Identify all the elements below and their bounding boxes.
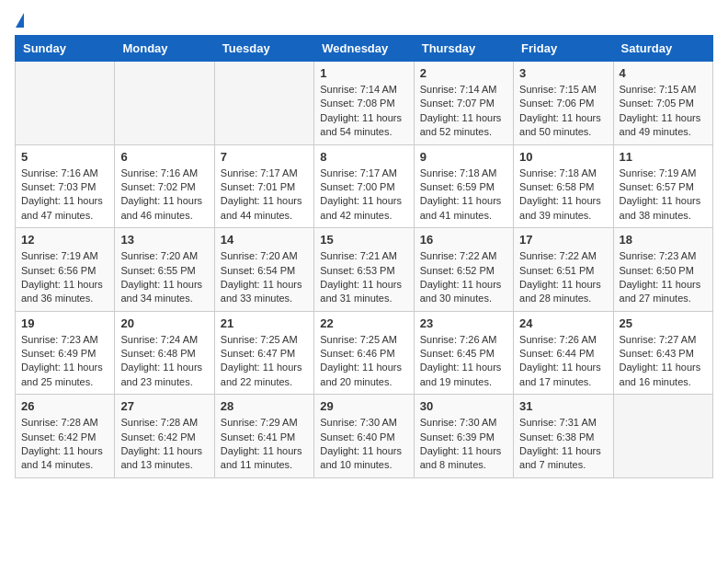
cell-info-line: Sunrise: 7:14 AM [320, 83, 407, 97]
calendar-cell: 13Sunrise: 7:20 AMSunset: 6:55 PMDayligh… [115, 228, 214, 312]
calendar-week-row: 26Sunrise: 7:28 AMSunset: 6:42 PMDayligh… [16, 395, 713, 478]
day-number: 9 [420, 150, 507, 164]
day-number: 21 [221, 316, 308, 330]
cell-info-line: Daylight: 11 hours and 47 minutes. [21, 194, 108, 223]
day-number: 24 [519, 316, 607, 330]
cell-info-line: Daylight: 11 hours and 22 minutes. [221, 361, 308, 389]
logo-triangle-icon [16, 13, 24, 28]
cell-info-line: Sunset: 7:03 PM [21, 180, 108, 194]
weekday-header-tuesday: Tuesday [214, 36, 313, 62]
cell-info-line: Daylight: 11 hours and 13 minutes. [120, 444, 208, 473]
weekday-header-thursday: Thursday [414, 36, 513, 62]
day-number: 19 [21, 316, 108, 330]
cell-info-line: Sunrise: 7:25 AM [320, 333, 407, 347]
day-number: 7 [221, 150, 308, 164]
weekday-header-monday: Monday [115, 36, 214, 62]
calendar-cell: 12Sunrise: 7:19 AMSunset: 6:56 PMDayligh… [16, 228, 115, 312]
day-number: 11 [620, 150, 707, 164]
calendar-cell: 22Sunrise: 7:25 AMSunset: 6:46 PMDayligh… [314, 311, 414, 395]
weekday-header-row: SundayMondayTuesdayWednesdayThursdayFrid… [16, 36, 713, 62]
calendar-cell: 25Sunrise: 7:27 AMSunset: 6:43 PMDayligh… [613, 311, 712, 395]
cell-info-line: Daylight: 11 hours and 19 minutes. [420, 361, 507, 389]
day-number: 1 [320, 66, 407, 80]
calendar-cell: 19Sunrise: 7:23 AMSunset: 6:49 PMDayligh… [16, 311, 115, 395]
weekday-header-wednesday: Wednesday [314, 36, 414, 62]
cell-info-line: Sunset: 6:59 PM [420, 180, 507, 194]
calendar-cell: 3Sunrise: 7:15 AMSunset: 7:06 PMDaylight… [514, 62, 613, 145]
cell-info-line: Sunrise: 7:19 AM [620, 167, 707, 180]
calendar-cell: 5Sunrise: 7:16 AMSunset: 7:03 PMDaylight… [16, 144, 115, 228]
day-number: 25 [620, 316, 707, 330]
cell-info-line: Sunset: 6:52 PM [420, 264, 507, 278]
day-number: 6 [120, 150, 208, 164]
cell-info-line: Sunrise: 7:27 AM [620, 333, 707, 347]
day-number: 17 [519, 233, 607, 247]
cell-info-line: Daylight: 11 hours and 42 minutes. [320, 194, 407, 223]
cell-info-line: Sunset: 6:50 PM [620, 264, 707, 278]
cell-info-line: Sunset: 6:53 PM [320, 264, 407, 278]
cell-info-line: Daylight: 11 hours and 16 minutes. [620, 361, 707, 389]
cell-info-line: Sunset: 6:55 PM [120, 264, 208, 278]
day-number: 20 [120, 316, 208, 330]
calendar-cell: 20Sunrise: 7:24 AMSunset: 6:48 PMDayligh… [115, 311, 214, 395]
calendar-cell: 8Sunrise: 7:17 AMSunset: 7:00 PMDaylight… [314, 144, 414, 228]
cell-info-line: Sunrise: 7:26 AM [519, 333, 607, 347]
calendar-cell: 28Sunrise: 7:29 AMSunset: 6:41 PMDayligh… [214, 395, 313, 478]
cell-info-line: Sunset: 7:08 PM [320, 97, 407, 110]
cell-info-line: Sunset: 7:07 PM [420, 97, 507, 110]
cell-info-line: Daylight: 11 hours and 44 minutes. [221, 194, 308, 223]
cell-info-line: Sunset: 6:41 PM [221, 431, 308, 444]
day-number: 2 [420, 66, 507, 80]
cell-info-line: Daylight: 11 hours and 23 minutes. [120, 361, 208, 389]
cell-info-line: Sunset: 6:47 PM [221, 347, 308, 361]
calendar-cell: 16Sunrise: 7:22 AMSunset: 6:52 PMDayligh… [414, 228, 513, 312]
calendar-cell: 24Sunrise: 7:26 AMSunset: 6:44 PMDayligh… [514, 311, 613, 395]
cell-info-line: Daylight: 11 hours and 54 minutes. [320, 111, 407, 140]
cell-info-line: Daylight: 11 hours and 11 minutes. [221, 444, 308, 473]
calendar-cell: 2Sunrise: 7:14 AMSunset: 7:07 PMDaylight… [414, 62, 513, 145]
day-number: 27 [120, 399, 208, 413]
calendar-cell: 9Sunrise: 7:18 AMSunset: 6:59 PMDaylight… [414, 144, 513, 228]
cell-info-line: Sunset: 6:40 PM [320, 431, 407, 444]
day-number: 29 [320, 399, 407, 413]
cell-info-line: Daylight: 11 hours and 31 minutes. [320, 278, 407, 306]
cell-info-line: Sunrise: 7:23 AM [620, 249, 707, 263]
calendar-week-row: 19Sunrise: 7:23 AMSunset: 6:49 PMDayligh… [16, 311, 713, 395]
day-number: 16 [420, 233, 507, 247]
cell-info-line: Daylight: 11 hours and 46 minutes. [120, 194, 208, 223]
calendar-cell: 30Sunrise: 7:30 AMSunset: 6:39 PMDayligh… [414, 395, 513, 478]
cell-info-line: Sunset: 7:01 PM [221, 180, 308, 194]
calendar-cell: 29Sunrise: 7:30 AMSunset: 6:40 PMDayligh… [314, 395, 414, 478]
day-number: 10 [519, 150, 607, 164]
cell-info-line: Sunrise: 7:22 AM [519, 249, 607, 263]
cell-info-line: Sunrise: 7:28 AM [120, 416, 208, 430]
calendar-cell [16, 62, 115, 145]
day-number: 4 [620, 66, 707, 80]
cell-info-line: Sunrise: 7:30 AM [420, 416, 507, 430]
cell-info-line: Sunset: 6:48 PM [120, 347, 208, 361]
cell-info-line: Daylight: 11 hours and 50 minutes. [519, 111, 607, 140]
cell-info-line: Daylight: 11 hours and 39 minutes. [519, 194, 607, 223]
cell-info-line: Sunset: 7:05 PM [620, 97, 707, 110]
cell-info-line: Sunset: 6:54 PM [221, 264, 308, 278]
calendar-cell: 1Sunrise: 7:14 AMSunset: 7:08 PMDaylight… [314, 62, 414, 145]
cell-info-line: Sunset: 6:42 PM [120, 431, 208, 444]
day-number: 22 [320, 316, 407, 330]
calendar-cell: 14Sunrise: 7:20 AMSunset: 6:54 PMDayligh… [214, 228, 313, 312]
cell-info-line: Daylight: 11 hours and 7 minutes. [519, 444, 607, 473]
cell-info-line: Sunrise: 7:31 AM [519, 416, 607, 430]
logo [15, 15, 25, 26]
cell-info-line: Sunrise: 7:22 AM [420, 249, 507, 263]
calendar-cell: 26Sunrise: 7:28 AMSunset: 6:42 PMDayligh… [16, 395, 115, 478]
cell-info-line: Sunrise: 7:30 AM [320, 416, 407, 430]
cell-info-line: Sunrise: 7:20 AM [221, 249, 308, 263]
cell-info-line: Sunrise: 7:17 AM [221, 167, 308, 180]
page-header [15, 15, 713, 26]
cell-info-line: Sunrise: 7:25 AM [221, 333, 308, 347]
cell-info-line: Daylight: 11 hours and 34 minutes. [120, 278, 208, 306]
cell-info-line: Sunset: 6:44 PM [519, 347, 607, 361]
cell-info-line: Sunset: 7:06 PM [519, 97, 607, 110]
cell-info-line: Sunrise: 7:21 AM [320, 249, 407, 263]
calendar-week-row: 12Sunrise: 7:19 AMSunset: 6:56 PMDayligh… [16, 228, 713, 312]
cell-info-line: Sunset: 6:39 PM [420, 431, 507, 444]
